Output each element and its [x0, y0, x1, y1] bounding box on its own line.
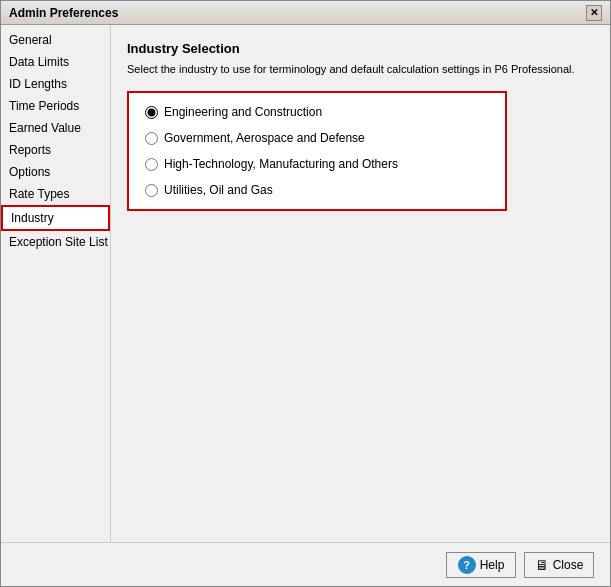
- title-bar: Admin Preferences ✕: [1, 1, 610, 25]
- radio-item-government[interactable]: Government, Aerospace and Defense: [145, 131, 489, 145]
- sidebar: GeneralData LimitsID LengthsTime Periods…: [1, 25, 111, 542]
- sidebar-item-reports[interactable]: Reports: [1, 139, 110, 161]
- sidebar-item-label: Earned Value: [9, 121, 81, 135]
- window-body: GeneralData LimitsID LengthsTime Periods…: [1, 25, 610, 542]
- sidebar-item-options[interactable]: Options: [1, 161, 110, 183]
- sidebar-item-industry[interactable]: Industry: [1, 205, 110, 231]
- help-icon: ?: [458, 556, 476, 574]
- radio-label-government: Government, Aerospace and Defense: [164, 131, 365, 145]
- sidebar-item-earned-value[interactable]: Earned Value: [1, 117, 110, 139]
- radio-item-high-tech[interactable]: High-Technology, Manufacturing and Other…: [145, 157, 489, 171]
- radio-item-engineering[interactable]: Engineering and Construction: [145, 105, 489, 119]
- close-label: Close: [553, 558, 584, 572]
- sidebar-item-rate-types[interactable]: Rate Types: [1, 183, 110, 205]
- window-title: Admin Preferences: [9, 6, 118, 20]
- sidebar-item-exception-site-list[interactable]: Exception Site List: [1, 231, 110, 253]
- radio-label-high-tech: High-Technology, Manufacturing and Other…: [164, 157, 398, 171]
- sidebar-item-id-lengths[interactable]: ID Lengths: [1, 73, 110, 95]
- main-content: Industry Selection Select the industry t…: [111, 25, 610, 542]
- help-label: Help: [480, 558, 505, 572]
- section-desc: Select the industry to use for terminolo…: [127, 62, 594, 77]
- admin-preferences-window: Admin Preferences ✕ GeneralData LimitsID…: [0, 0, 611, 587]
- footer: ? Help 🖥 Close: [1, 542, 610, 586]
- radio-government[interactable]: [145, 132, 158, 145]
- radio-label-engineering: Engineering and Construction: [164, 105, 322, 119]
- sidebar-item-data-limits[interactable]: Data Limits: [1, 51, 110, 73]
- radio-engineering[interactable]: [145, 106, 158, 119]
- help-button[interactable]: ? Help: [446, 552, 516, 578]
- radio-item-utilities[interactable]: Utilities, Oil and Gas: [145, 183, 489, 197]
- industry-radio-group: Engineering and ConstructionGovernment, …: [127, 91, 507, 211]
- sidebar-item-time-periods[interactable]: Time Periods: [1, 95, 110, 117]
- sidebar-item-general[interactable]: General: [1, 29, 110, 51]
- radio-label-utilities: Utilities, Oil and Gas: [164, 183, 273, 197]
- monitor-icon: 🖥: [535, 557, 549, 573]
- radio-utilities[interactable]: [145, 184, 158, 197]
- section-title: Industry Selection: [127, 41, 594, 56]
- radio-high-tech[interactable]: [145, 158, 158, 171]
- window-close-button[interactable]: ✕: [586, 5, 602, 21]
- close-button[interactable]: 🖥 Close: [524, 552, 594, 578]
